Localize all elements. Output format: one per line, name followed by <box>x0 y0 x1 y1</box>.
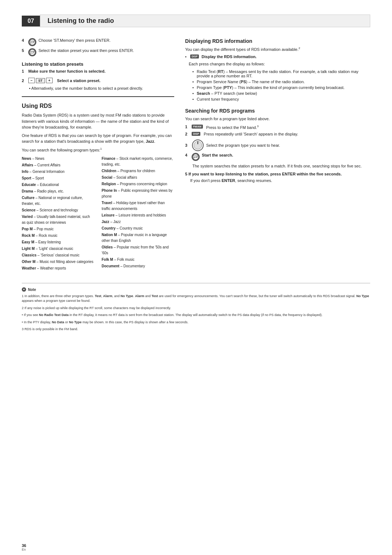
notes-section: ● Note 1 In addition, there are three ot… <box>22 283 370 332</box>
disp-icon: DISP <box>190 54 199 58</box>
preset-st: ST <box>36 78 45 83</box>
search-step1-text: Press to select the FM band.3 <box>206 125 258 130</box>
displaying-rds-heading: Displaying RDS information <box>185 38 370 44</box>
rds-para2: One feature of RDS is that you can searc… <box>22 133 174 145</box>
step-5-block: 5 ENTER Select the station preset you wa… <box>22 48 174 56</box>
prog-classics: Classics – 'Serious' classical music <box>22 252 94 258</box>
note-2a: • If you see No Radio Text Data in the R… <box>22 313 370 318</box>
step5-text: Select the station preset you want then … <box>38 48 134 53</box>
program-col-right: Finance – Stock market reports, commerce… <box>102 156 174 272</box>
right-column: Displaying RDS information You can displ… <box>185 38 370 272</box>
search-step4: 4 ENTER Start the search. <box>185 153 370 161</box>
presets-step2-note: • Alternatively, use the number buttons … <box>22 86 174 90</box>
step-4-block: 4 ENTER Choose 'ST.Memory' then press EN… <box>22 38 174 46</box>
enter-icon-4: ENTER <box>28 38 36 46</box>
search-step1: 1 FM/AM Press to select the FM band.3 <box>185 125 370 130</box>
prog-folkm: Folk M – Folk music <box>102 257 174 263</box>
disp-icon-2: DISP <box>192 132 200 136</box>
disp-step: • DISP Display the RDS information. <box>185 54 370 59</box>
footnote-2: 2 <box>298 46 300 50</box>
prog-rockm: Rock M – Rock music <box>22 233 94 239</box>
rds-para3: You can search the following program typ… <box>22 147 174 153</box>
page-lang: En <box>22 548 26 551</box>
note-header: ● Note <box>22 287 370 292</box>
rds-bullets: • Radio Text (RT) – Messages sent by the… <box>185 69 370 101</box>
search-step4-sub: The system searches the station presets … <box>185 163 370 169</box>
step4-num: 4 <box>22 38 26 42</box>
disp-step-text: Display the RDS information. <box>201 54 257 59</box>
search-step3: 3 Select the program type you want to he… <box>185 139 370 151</box>
prog-educate: Educate – Educational <box>22 182 94 188</box>
prog-social: Social – Social affairs <box>102 175 174 181</box>
svg-marker-11 <box>193 157 194 158</box>
note-1: 1 In addition, there are three other pro… <box>22 294 370 304</box>
enter-icon-search: ENTER <box>192 153 200 161</box>
prog-varied: Varied – Usually talk-based material, su… <box>22 214 94 226</box>
search-step2-num: 2 <box>185 132 189 136</box>
svg-point-9 <box>193 154 199 160</box>
prog-jazz: Jazz – Jazz <box>102 219 174 225</box>
bullet-search: • Search – PTY search (see below) <box>189 91 370 96</box>
search-step4-text: Start the search. <box>202 153 233 157</box>
svg-text:ENTER: ENTER <box>30 41 34 42</box>
page-wrapper: 07 Listening to the radio 4 ENTER <box>0 0 392 555</box>
content-area: 4 ENTER Choose 'ST.Memory' then press EN… <box>22 38 370 272</box>
svg-text:ENTER: ENTER <box>30 51 34 52</box>
prog-drama: Drama – Radio plays, etc. <box>22 189 94 194</box>
page-header: 07 Listening to the radio <box>22 15 370 27</box>
search-step5: 5 If you want to keep listening to the s… <box>185 172 370 176</box>
presets-step1-text: Make sure the tuner function is selected… <box>28 69 174 73</box>
svg-text:ENTER: ENTER <box>193 155 198 157</box>
bullet-freq: • Current tuner frequency <box>189 97 370 101</box>
footnote-3: 3 <box>257 125 258 128</box>
disp-step-sub: Each press changes the display as follow… <box>185 61 370 67</box>
note-2b: • In the PTY display, No Data or No Type… <box>22 320 370 325</box>
prog-affairs: Affairs – Current Affairs <box>22 162 94 168</box>
displaying-rds-intro-text: You can display the different types of R… <box>185 47 298 52</box>
step5-num: 5 <box>22 48 26 53</box>
left-column: 4 ENTER Choose 'ST.Memory' then press EN… <box>22 38 174 272</box>
bullet-pty: • Program Type (PTY) – This indicates th… <box>189 85 370 90</box>
prog-culture: Culture – National or regional culture, … <box>22 195 94 207</box>
searching-rds-intro: You can search for a program type listed… <box>185 116 370 122</box>
presets-step2-note-text: Alternatively, use the number buttons to… <box>31 86 143 90</box>
prog-travel: Travel – Holiday-type travel rather than… <box>102 200 174 212</box>
presets-step1-num: 1 <box>22 69 26 73</box>
step4-text: Choose 'ST.Memory' then press ENTER. <box>38 38 111 42</box>
prog-science: Science – Science and technology <box>22 207 94 213</box>
prog-document: Document – Documentary <box>102 263 174 269</box>
search-step5-num-label: 5 <box>185 172 188 176</box>
bullet-ps: • Program Service Name (PS) – The name o… <box>189 80 370 84</box>
chapter-number: 07 <box>22 16 40 27</box>
search-step4-num: 4 <box>185 153 189 157</box>
prog-phonein: Phone In – Public expressing their views… <box>102 188 174 199</box>
note-label: Note <box>28 287 36 292</box>
presets-step2-label: Select a station preset. <box>57 78 101 83</box>
note-3: 3 RDS is only possible in the FM band. <box>22 327 370 332</box>
svg-marker-2 <box>30 42 31 44</box>
prog-lightm: Light M – 'Light' classical music <box>22 246 94 252</box>
search-step5-text: If you want to keep listening to the sta… <box>188 172 342 176</box>
fmam-icon: FM/AM <box>192 125 203 129</box>
svg-point-0 <box>29 39 35 45</box>
search-step2-text: Press repeatedly until 'Search' appears … <box>204 132 298 136</box>
search-step3-num: 3 <box>185 143 189 147</box>
prog-finance: Finance – Stock market reports, commerce… <box>102 156 174 167</box>
prog-news: News – News <box>22 156 94 162</box>
bullet-disp: • <box>185 54 189 59</box>
page-number: 36 <box>22 543 26 548</box>
preset-selector: – ST + <box>28 78 53 83</box>
preset-plus: + <box>46 78 53 83</box>
presets-step1: 1 Make sure the tuner function is select… <box>22 69 174 73</box>
search-step2: 2 DISP Press repeatedly until 'Search' a… <box>185 132 370 136</box>
prog-easym: Easy M – Easy listening <box>22 239 94 245</box>
section-divider <box>22 96 174 97</box>
enter-icon-5: ENTER <box>28 48 36 56</box>
prog-sport: Sport – Sport <box>22 175 94 181</box>
prog-info: Info – General Information <box>22 169 94 175</box>
searching-rds-heading: Searching for RDS programs <box>185 108 370 114</box>
prog-country: Country – Country music <box>102 226 174 231</box>
program-types-table: News – News Affairs – Current Affairs In… <box>22 156 174 272</box>
footnote-1: 1 <box>100 147 102 150</box>
search-step1-num: 1 <box>185 125 189 129</box>
